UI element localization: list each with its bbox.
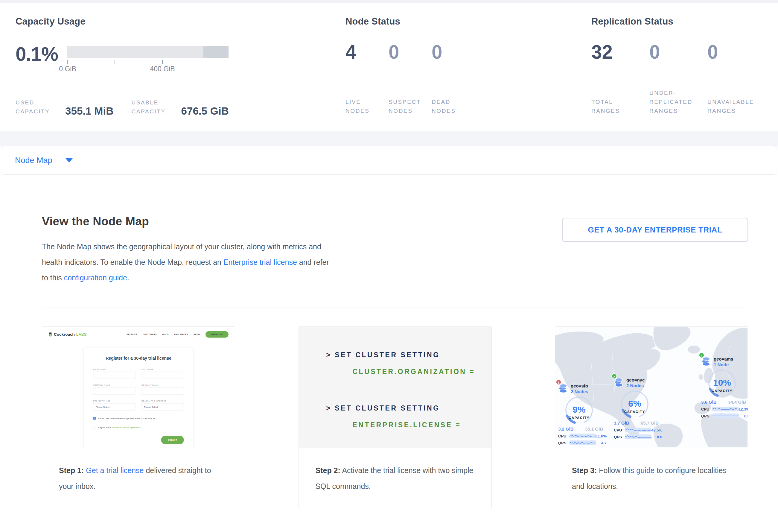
mini-download-button: DOWNLOAD xyxy=(206,331,229,338)
capacity-bar xyxy=(67,46,229,58)
node-map-description: The Node Map shows the geographical layo… xyxy=(42,239,332,286)
logo-suffix-text: LABS xyxy=(76,332,87,337)
used-capacity-value: 355.1 MiB xyxy=(65,106,113,116)
total-ranges-stat: 32 TOTAL RANGES xyxy=(591,43,649,131)
cluster-locality-label: geo=sfo xyxy=(571,383,588,389)
live-nodes-stat: 4 LIVE NODES xyxy=(345,43,389,131)
cluster-status-badge: ✓ xyxy=(699,353,704,358)
capacity-bar-reserved-segment xyxy=(204,46,229,58)
get-enterprise-trial-button[interactable]: GET A 30-DAY ENTERPRISE TRIAL xyxy=(562,218,748,242)
map-node-cluster: ✓ geo=nyc 2 Nodes 6% CAPACITY 3.7 GiB 65… xyxy=(614,377,664,439)
cluster-status-badge: ✓ xyxy=(611,373,617,379)
cockroach-bug-icon xyxy=(49,332,52,337)
cluster-qps-metric: QPS 4.7 xyxy=(558,441,607,445)
svg-text:CAPACITY: CAPACITY xyxy=(624,410,645,413)
this-guide-link[interactable]: this guide xyxy=(623,466,655,474)
cluster-used-capacity: 3.7 GiB xyxy=(614,421,629,426)
mini-nav-customers: CUSTOMERS xyxy=(143,333,157,336)
cluster-used-capacity: 3.2 GiB xyxy=(558,427,574,432)
unavailable-ranges-stat: 0 UNAVAILABLE RANGES xyxy=(707,43,765,131)
page-title: View the Node Map xyxy=(42,215,332,228)
reason-for-interest-label: REASON FOR INTEREST xyxy=(142,400,184,402)
dead-nodes-label: DEAD NODES xyxy=(432,97,468,131)
suspect-nodes-label: SUSPECT NODES xyxy=(389,97,425,131)
get-trial-license-link[interactable]: Get a trial license xyxy=(86,466,144,474)
node-map-selector-bar: Node Map xyxy=(1,146,777,175)
dead-nodes-value: 0 xyxy=(432,43,475,61)
first-name-field xyxy=(93,372,136,379)
reason-for-interest-select: Please Select xyxy=(142,403,184,410)
sql-setting-line: CLUSTER.ORGANIZATION = xyxy=(353,367,491,376)
svg-text:CAPACITY: CAPACITY xyxy=(712,389,732,393)
software-license-agreement-link: Software License Agreement. xyxy=(112,426,141,429)
suspect-nodes-stat: 0 SUSPECT NODES xyxy=(389,43,432,131)
project-phase-select: Please Select xyxy=(93,403,136,410)
configuration-guide-link[interactable]: configuration guide xyxy=(64,274,127,282)
capacity-axis-ticks xyxy=(67,60,229,65)
license-agreement-checkbox xyxy=(93,426,96,429)
cluster-total-capacity: 35.1 GiB xyxy=(585,427,603,432)
chevron-down-icon[interactable] xyxy=(66,158,73,162)
node-map-info-content: View the Node Map The Node Map shows the… xyxy=(0,215,778,509)
sql-commands-graphic: > SET CLUSTER SETTING CLUSTER.ORGANIZATI… xyxy=(299,327,491,448)
replication-status-section: Replication Status 32 TOTAL RANGES 0 UND… xyxy=(591,3,778,131)
form-title: Register for a 30-day trial license xyxy=(93,356,184,361)
section-gap xyxy=(0,131,778,146)
live-nodes-label: LIVE NODES xyxy=(345,97,382,131)
under-replicated-ranges-stat: 0 UNDER-REPLICATED RANGES xyxy=(649,43,707,131)
license-agreement-label: I agree to the Software License Agreemen… xyxy=(98,426,141,429)
total-ranges-label: TOTAL RANGES xyxy=(591,97,642,131)
svg-text:6%: 6% xyxy=(628,398,641,408)
trial-license-form: Register for a 30-day trial license FIRS… xyxy=(84,348,193,448)
live-nodes-value: 4 xyxy=(345,43,389,61)
capacity-gauge: 6% CAPACITY xyxy=(615,389,664,421)
used-capacity-label: USED CAPACITY xyxy=(15,98,60,116)
under-replicated-ranges-label: UNDER-REPLICATED RANGES xyxy=(649,89,700,131)
step-3-card: 1 geo=sfo 2 Nodes 9% CAPACITY 3.2 GiB 35… xyxy=(555,326,748,509)
cluster-total-capacity: 34.4 GiB xyxy=(728,399,746,404)
cluster-used-capacity: 3.6 GiB xyxy=(701,399,717,404)
capacity-usage-section: Capacity Usage 0.1% 0 GiB 400 GiB xyxy=(15,3,345,131)
cluster-qps-metric: QPS 0.0 xyxy=(701,413,748,418)
page-top-strip xyxy=(0,0,778,3)
cluster-total-capacity: 65.7 GiB xyxy=(641,421,658,426)
cluster-cpu-metric: CPU 42.5% xyxy=(614,428,662,432)
dead-nodes-stat: 0 DEAD NODES xyxy=(432,43,475,131)
usable-capacity-value: 676.5 GiB xyxy=(181,106,229,116)
enterprise-trial-license-link[interactable]: Enterprise trial license xyxy=(223,258,297,266)
step-2-card: > SET CLUSTER SETTING CLUSTER.ORGANIZATI… xyxy=(299,326,492,509)
cluster-node-count: 1 Node xyxy=(714,362,733,368)
svg-text:9%: 9% xyxy=(572,404,586,414)
company-name-label: COMPANY NAME xyxy=(93,384,136,386)
company-name-field xyxy=(93,387,136,395)
email-updates-checkbox: ✓ xyxy=(93,417,96,420)
svg-text:10%: 10% xyxy=(713,378,731,387)
step-1-caption: Step 1: Get a trial license delivered st… xyxy=(42,448,235,494)
mini-submit-button: SUBMIT xyxy=(161,436,184,444)
first-name-label: FIRST NAME xyxy=(93,368,136,370)
cluster-status-badge: 1 xyxy=(556,379,561,385)
unavailable-ranges-label: UNAVAILABLE RANGES xyxy=(707,97,758,131)
registration-form-thumbnail: Cockroach LABS PRODUCT CUSTOMERS DOCS RE… xyxy=(42,327,235,448)
total-ranges-value: 32 xyxy=(591,43,649,61)
capacity-gauge: 9% CAPACITY xyxy=(559,395,608,427)
capacity-percent-value: 0.1% xyxy=(15,46,67,63)
capacity-usage-title: Capacity Usage xyxy=(15,16,345,27)
map-node-cluster: ✓ geo=ams 1 Node 10% CAPACITY 3.6 GiB 34… xyxy=(701,356,748,418)
step-3-caption: Step 3: Follow this guide to configure l… xyxy=(555,448,748,494)
node-status-title: Node Status xyxy=(345,16,591,27)
capacity-axis-label-0: 0 GiB xyxy=(59,65,76,73)
node-status-section: Node Status 4 LIVE NODES 0 SUSPECT NODES… xyxy=(345,3,591,131)
capacity-axis-label-400: 400 GiB xyxy=(150,65,175,73)
cluster-cpu-metric: CPU 12.3% xyxy=(701,407,748,411)
logo-text: Cockroach xyxy=(54,332,75,337)
suspect-nodes-value: 0 xyxy=(389,43,432,61)
node-map-dropdown[interactable]: Node Map xyxy=(15,156,52,165)
sql-prompt-line: > SET CLUSTER SETTING xyxy=(326,351,491,359)
mini-nav-blog: BLOG xyxy=(193,333,200,336)
usable-capacity-label: USABLE CAPACITY xyxy=(131,98,176,116)
node-map-thumbnail: 1 geo=sfo 2 Nodes 9% CAPACITY 3.2 GiB 35… xyxy=(555,327,748,448)
cockroach-labs-logo: Cockroach LABS xyxy=(49,332,87,337)
sql-prompt-line: > SET CLUSTER SETTING xyxy=(326,404,491,412)
cockroach-labs-mini-site: Cockroach LABS PRODUCT CUSTOMERS DOCS RE… xyxy=(42,327,235,448)
